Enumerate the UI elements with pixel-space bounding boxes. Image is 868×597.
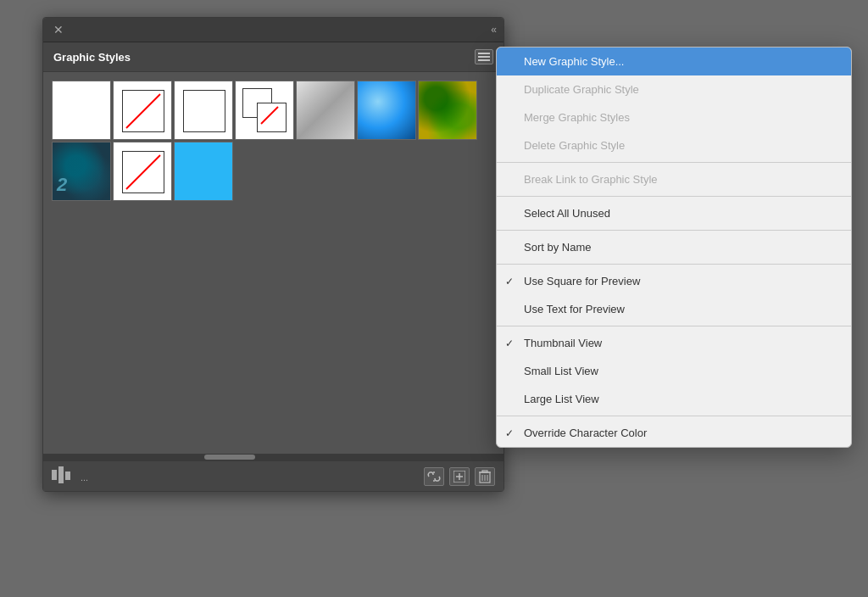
menu-item-label-sort-by-name: Sort by Name <box>524 241 834 254</box>
style-item-4[interactable] <box>235 81 294 140</box>
break-link-button[interactable] <box>424 467 444 486</box>
menu-item-delete-graphic-style: Delete Graphic Style <box>497 131 851 159</box>
svg-rect-3 <box>52 470 57 480</box>
delete-style-button[interactable] <box>475 467 495 486</box>
divider-1 <box>497 162 851 163</box>
menu-item-break-link: Break Link to Graphic Style <box>497 165 851 193</box>
add-style-button[interactable] <box>449 467 470 486</box>
menu-item-label-thumbnail-view: Thumbnail View <box>524 337 834 349</box>
context-menu: New Graphic Style...Duplicate Graphic St… <box>496 47 852 448</box>
library-dots: ... <box>81 472 88 483</box>
style-item-1[interactable] <box>52 81 111 140</box>
style-9-slash <box>114 142 172 201</box>
library-icon[interactable] <box>52 466 77 486</box>
panel-collapse-button[interactable]: « <box>491 24 495 36</box>
divider-2 <box>497 196 851 197</box>
style-item-3[interactable] <box>174 81 233 140</box>
divider-4 <box>497 264 851 265</box>
menu-item-label-override-character-color: Override Character Color <box>524 427 834 439</box>
panel-header: Graphic Styles <box>43 42 504 72</box>
menu-item-duplicate-graphic-style: Duplicate Graphic Style <box>497 75 851 103</box>
style-8-text: 2 <box>57 174 67 196</box>
style-item-5[interactable] <box>296 81 355 140</box>
svg-line-1 <box>261 107 278 124</box>
styles-grid: 2 <box>52 81 495 201</box>
footer-left: ... <box>52 466 88 486</box>
menu-item-label-use-square-preview: Use Square for Preview <box>524 275 834 287</box>
panel-titlebar: ✕ « <box>43 18 504 42</box>
panel-footer: ... <box>43 460 504 491</box>
style-item-10[interactable] <box>174 142 233 201</box>
menu-item-use-text-preview[interactable]: Use Text for Preview <box>497 295 851 323</box>
svg-rect-5 <box>65 471 70 480</box>
divider-6 <box>497 416 851 416</box>
svg-rect-13 <box>482 471 487 472</box>
footer-right <box>424 467 495 486</box>
style-item-8[interactable]: 2 <box>52 142 111 201</box>
panel-close-button[interactable]: ✕ <box>52 23 65 36</box>
menu-item-label-large-list-view: Large List View <box>524 393 834 405</box>
panel-content: 2 <box>43 72 504 454</box>
menu-item-label-delete-graphic-style: Delete Graphic Style <box>524 139 834 152</box>
svg-rect-4 <box>58 466 64 483</box>
panel-menu-button[interactable] <box>475 49 493 64</box>
break-link-icon <box>426 471 442 483</box>
svg-line-2 <box>126 155 160 189</box>
add-icon <box>453 471 465 483</box>
graphic-styles-panel: ✕ « Graphic Styles <box>42 17 504 492</box>
menu-item-use-square-preview[interactable]: Use Square for Preview <box>497 267 851 295</box>
panel-scrollbar-thumb[interactable] <box>204 455 255 460</box>
divider-5 <box>497 326 851 326</box>
menu-item-label-small-list-view: Small List View <box>524 365 834 377</box>
hamburger-icon <box>478 56 490 58</box>
panel-scrollbar[interactable] <box>43 454 504 460</box>
style-7-pattern <box>419 81 476 139</box>
style-4-slash <box>236 81 294 140</box>
menu-item-label-select-all-unused: Select All Unused <box>524 207 834 220</box>
panel-title: Graphic Styles <box>53 51 131 64</box>
divider-3 <box>497 230 851 231</box>
menu-item-label-use-text-preview: Use Text for Preview <box>524 303 834 315</box>
menu-item-label-duplicate-graphic-style: Duplicate Graphic Style <box>524 83 834 96</box>
style-item-9[interactable] <box>113 142 172 201</box>
menu-item-thumbnail-view[interactable]: Thumbnail View <box>497 329 851 357</box>
style-item-7[interactable] <box>418 81 477 140</box>
menu-item-new-graphic-style[interactable]: New Graphic Style... <box>497 47 851 75</box>
menu-item-select-all-unused[interactable]: Select All Unused <box>497 199 851 227</box>
style-3-square <box>183 90 225 132</box>
svg-line-0 <box>126 94 160 128</box>
menu-item-sort-by-name[interactable]: Sort by Name <box>497 233 851 261</box>
style-item-6[interactable] <box>357 81 416 140</box>
menu-item-small-list-view[interactable]: Small List View <box>497 357 851 385</box>
menu-item-label-break-link: Break Link to Graphic Style <box>524 173 834 186</box>
menu-item-label-merge-graphic-styles: Merge Graphic Styles <box>524 111 834 124</box>
workspace: ✕ « Graphic Styles <box>0 0 868 597</box>
trash-icon <box>479 470 491 483</box>
menu-item-large-list-view[interactable]: Large List View <box>497 385 851 413</box>
menu-item-override-character-color[interactable]: Override Character Color <box>497 419 851 447</box>
menu-item-label-new-graphic-style: New Graphic Style... <box>524 55 834 68</box>
style-item-2[interactable] <box>113 81 172 140</box>
style-2-slash <box>114 81 172 140</box>
menu-item-merge-graphic-styles: Merge Graphic Styles <box>497 103 851 131</box>
